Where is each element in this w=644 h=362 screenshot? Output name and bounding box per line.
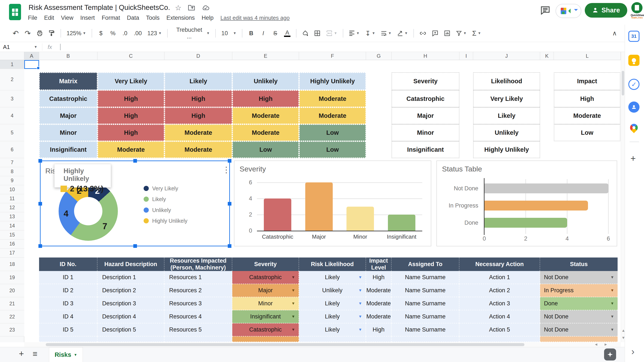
matrix-row-label[interactable]: Insignificant [39,141,98,158]
table-header[interactable]: Impact Level [366,258,392,271]
selection-handle[interactable] [133,159,137,163]
partial-row-cell[interactable] [299,337,366,342]
row-header-10[interactable]: 10 [0,185,24,194]
cell-id[interactable]: ID 5 [39,323,98,337]
insert-chart-icon[interactable] [444,30,450,36]
cell-action[interactable]: Action 3 [460,297,540,310]
decrease-decimals-icon[interactable]: .0 [122,30,128,37]
likelihood-dropdown[interactable]: Likely▼ [299,271,366,284]
name-box[interactable]: A1 ▼ [3,43,37,51]
matrix-cell[interactable]: Low [232,141,299,158]
col-header-C[interactable]: C [98,52,164,60]
row-header-13[interactable]: 13 [0,212,24,221]
cell-action[interactable]: Action 1 [460,271,540,284]
table-header[interactable]: Hazard Description [98,258,164,271]
lookup-item[interactable]: Very Likely [473,90,540,107]
row-header-3[interactable]: 3 [0,90,24,107]
lookup-item[interactable]: Moderate [554,107,620,124]
select-all-corner[interactable] [0,52,24,60]
selection-handle[interactable] [38,159,42,163]
star-icon[interactable]: ☆ [175,3,182,12]
likelihood-dropdown[interactable]: Likely▼ [299,323,366,337]
bar-insignificant[interactable] [388,215,416,231]
format-percent-icon[interactable]: % [110,30,116,37]
matrix-cell[interactable]: High [98,107,164,124]
functions-icon[interactable]: Σ▼ [472,29,481,37]
cell-resources[interactable]: Resources 4 [164,310,232,323]
matrix-cell[interactable]: Moderate [299,90,366,107]
matrix-cell[interactable]: High [164,90,232,107]
lookup-item[interactable]: Insignificant [392,141,460,158]
severity-dropdown[interactable]: Catastrophic▼ [232,323,299,337]
share-button[interactable]: Share [585,3,627,17]
matrix-row-label[interactable]: Catastrophic [39,90,98,107]
col-header-B[interactable]: B [39,52,98,60]
partial-row-cell[interactable] [460,337,540,342]
italic-icon[interactable]: I [260,30,266,37]
matrix-col-header[interactable]: Highly Unlikely [299,72,366,90]
row-header-23[interactable]: 23 [0,323,24,337]
status-dropdown[interactable]: Done▼ [540,297,618,310]
lookup-item[interactable]: Likely [473,107,540,124]
row-header-8[interactable]: 8 [0,167,24,176]
lookup-item[interactable]: Highly Unlikely [473,141,540,158]
cell-action[interactable]: Action 5 [460,323,540,337]
matrix-cell[interactable]: Low [299,124,366,141]
table-header[interactable]: Status [540,258,618,271]
matrix-cell[interactable]: Low [299,141,366,158]
redo-icon[interactable]: ↷ [24,29,31,37]
dropdown-caret-icon[interactable]: ▼ [358,275,362,280]
add-sheet-icon[interactable]: + [19,349,24,359]
table-header[interactable]: Risk Likelihood [299,258,366,271]
lookup-header[interactable]: Severity [392,72,460,90]
cell-assigned[interactable]: Name Surname [392,310,460,323]
row-header-7[interactable]: 7 [0,158,24,167]
status-dropdown[interactable]: Not Done▼ [540,271,618,284]
borders-icon[interactable] [314,30,320,36]
selection-handle[interactable] [133,244,137,248]
partial-row-cell[interactable] [540,337,618,342]
col-header-E[interactable]: E [232,52,299,60]
severity-dropdown[interactable]: Major▼ [232,284,299,297]
matrix-cell[interactable]: Moderate [299,107,366,124]
row-header-2[interactable]: 2 [0,69,24,90]
h-scroll-left-icon[interactable]: ◄ [594,342,598,347]
matrix-col-header[interactable]: Unlikely [232,72,299,90]
row-header-11[interactable]: 11 [0,194,24,203]
lookup-item[interactable]: Catastrophic [392,90,460,107]
table-header[interactable]: Assigned To [392,258,460,271]
number-format-menu[interactable]: 123▼ [147,30,162,37]
col-header-K[interactable]: K [540,52,554,60]
cloud-status-icon[interactable] [202,5,210,11]
dropdown-caret-icon[interactable]: ▼ [610,328,614,332]
matrix-cell[interactable]: High [98,90,164,107]
fill-handle[interactable] [37,66,40,69]
risk-likelihood-chart[interactable]: Risk Likelihood ⋮ 2742 Very Likely Likel… [40,160,230,246]
menu-tools[interactable]: Tools [146,14,160,21]
dropdown-caret-icon[interactable]: ▼ [358,301,362,306]
menu-file[interactable]: File [28,14,37,21]
v-scroll-thumb[interactable] [622,71,624,95]
bar-minor[interactable] [346,207,374,231]
sheet-tab-risks[interactable]: Risks ▼ [49,347,83,362]
side-panel-add-icon[interactable]: + [630,153,636,164]
matrix-cell[interactable]: Moderate [164,124,232,141]
row-header-21[interactable]: 21 [0,297,24,310]
sheets-logo-icon[interactable] [9,4,21,20]
cell-hazard[interactable]: Description 1 [98,271,164,284]
status-dropdown[interactable]: In Progress▼ [540,284,618,297]
cell-resources[interactable]: Resources 5 [164,323,232,337]
lookup-header[interactable]: Impact [554,72,620,90]
selection-handle[interactable] [38,202,42,206]
cell-hazard[interactable]: Description 4 [98,310,164,323]
likelihood-dropdown[interactable]: Likely▼ [299,310,366,323]
table-header[interactable]: Severity [232,258,299,271]
row-header-6[interactable]: 6 [0,141,24,158]
hbar-in-progress[interactable] [484,201,588,211]
col-header-G[interactable]: G [366,52,392,60]
insert-comment-icon[interactable] [432,30,438,36]
explore-sparkle-button[interactable] [604,349,616,361]
cell-action[interactable]: Action 2 [460,284,540,297]
row-header-15[interactable]: 15 [0,230,24,240]
matrix-corner-cell[interactable]: Matrix [39,72,98,90]
